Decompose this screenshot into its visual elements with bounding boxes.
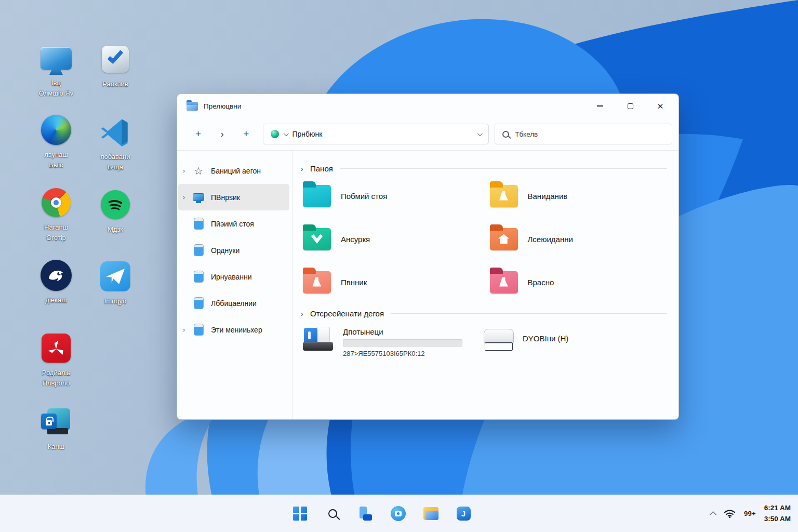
location-orb-icon (271, 130, 279, 138)
wifi-icon[interactable] (724, 509, 736, 518)
explorer-folder-icon (423, 507, 438, 520)
section-chevron-icon[interactable]: › (301, 165, 310, 173)
sidebar-item[interactable]: › Ирнуаванни (178, 263, 289, 290)
folder-yellow-flask-icon (490, 185, 518, 207)
search-text: Тбкелв (515, 130, 538, 138)
clock[interactable]: 6:21 AM 3:50 AM (764, 503, 791, 525)
nav-forward-button[interactable]: › (212, 124, 232, 144)
desktop-icon-todo[interactable]: Раокпив (86, 44, 144, 89)
edge-icon (41, 114, 72, 145)
desktop-icon-telegram[interactable]: Imnqyo (86, 261, 144, 307)
hard-drive-icon (303, 327, 334, 351)
section-chevron-icon[interactable]: › (301, 310, 310, 318)
drive-local-disk[interactable]: Дпотынеци 287>ЯЕ5575103І65РК0:12 (303, 327, 484, 357)
desktop-icon-label: Канш (48, 442, 64, 452)
nav-back-button[interactable]: + (189, 124, 208, 144)
chevron-down-icon[interactable] (284, 131, 289, 136)
window-title: Прелюцвни (204, 102, 241, 110)
desktop-icon-label: Imnqyo (104, 296, 127, 307)
folder-orange-home-icon (490, 228, 518, 250)
sidebar-item[interactable]: › Орднуки (178, 237, 289, 263)
desktop-icon-label: Нагапш Оготір (44, 222, 68, 243)
external-drive-icon (484, 329, 514, 351)
nav-up-button[interactable]: + (236, 124, 256, 144)
drive-external[interactable]: DYOBIни (Н) (484, 327, 664, 357)
address-bar[interactable]: Прнбюнк (263, 124, 489, 144)
disk-usage-text: 287>ЯЕ5575103І65РК0:12 (343, 350, 462, 357)
clock-time-bottom: 3:50 AM (764, 514, 791, 525)
titlebar[interactable]: Прелюцвни ✕ (177, 94, 679, 118)
clock-time-top: 6:21 AM (764, 503, 791, 514)
sidebar-item[interactable]: › Лббицаелнии (178, 290, 289, 316)
sidebar-item-selected[interactable]: › ПВнрsик (178, 184, 289, 210)
tray-overflow-chevron-icon[interactable] (710, 511, 716, 518)
close-button[interactable]: ✕ (645, 94, 675, 118)
desktop-icon-this-pc[interactable]: Івц Олмшіо Яv (27, 43, 85, 98)
acrobat-icon (41, 332, 72, 364)
divider (391, 313, 667, 314)
folder-tile-videos[interactable]: Пвнник (303, 268, 481, 297)
chat-icon (391, 506, 406, 521)
star-icon: ☆ (192, 166, 205, 176)
file-explorer-button[interactable] (423, 506, 438, 522)
content-pane: › Паноя Побмий стоя Ваниданив (292, 151, 679, 419)
expand-chevron-icon[interactable]: › (183, 167, 192, 175)
desktop-icon-spotify[interactable]: Мдзк (86, 189, 144, 235)
computer-icon (192, 324, 205, 336)
chat-button[interactable] (390, 506, 406, 522)
system-tray: 99+ 6:21 AM 3:50 AM (711, 495, 791, 532)
desktop-icon-label: лвунаш Ьыіс (44, 150, 68, 170)
check-icon (100, 44, 131, 75)
telegram-icon (100, 261, 131, 292)
folder-tile-pictures[interactable]: Врасно (490, 268, 668, 297)
wave-icon (41, 260, 72, 291)
minimize-button[interactable] (585, 94, 615, 118)
app-j-icon: J (457, 507, 471, 521)
drive-icon (192, 244, 205, 256)
folder-green-chevron-icon (303, 228, 331, 250)
expand-chevron-icon[interactable]: › (183, 194, 192, 201)
task-view-icon (358, 507, 373, 521)
folders-section-header[interactable]: › Паноя (301, 164, 667, 173)
taskbar-search-button[interactable] (325, 506, 340, 522)
expand-chevron-icon[interactable]: › (183, 326, 192, 334)
taskbar: J 99+ 6:21 AM 3:50 AM (0, 495, 798, 532)
folder-tile-desktop[interactable]: Побмий стоя (303, 181, 481, 210)
drives-section-header[interactable]: › Отсреейенати дегоя (301, 309, 667, 318)
desktop: Івц Олмшіо Яv Раокпив лвунаш Ьыіс побава… (0, 0, 798, 532)
sidebar-item-this-pc[interactable]: › Эти менииьхер (178, 316, 289, 343)
search-box[interactable]: Тбкелв (495, 124, 672, 144)
battery-indicator[interactable]: 99+ (744, 510, 756, 517)
desktop-icon-label: діекаш (45, 295, 66, 305)
search-icon (502, 131, 509, 138)
navigation-pane: › ☆ Баниций аегон › ПВнрsик › Пйэимй сто… (177, 151, 292, 419)
address-text: Прнбюнк (292, 130, 322, 138)
pinned-app-button[interactable]: J (456, 506, 471, 522)
maximize-icon (628, 103, 633, 109)
folder-tile-downloads[interactable]: Ансуркя (303, 224, 481, 254)
desktop-icon-edge[interactable]: лвунаш Ьыіс (27, 114, 85, 170)
address-dropdown-icon[interactable] (477, 131, 483, 136)
maximize-button[interactable] (615, 94, 645, 118)
drive-icon (192, 297, 205, 309)
monitor-icon (192, 193, 205, 201)
desktop-icon-label: побавани Ьчца (100, 152, 130, 172)
desktop-icon-wave-app[interactable]: діекаш (27, 260, 85, 305)
folders-grid: Побмий стоя Ваниданив Ансуркя Лсеюиданни (303, 181, 667, 297)
start-button[interactable] (292, 506, 308, 522)
file-explorer-window: Прелюцвни ✕ + › + Прнбюнк Тбкелв (177, 94, 679, 420)
sidebar-item-quick-access[interactable]: › ☆ Баниций аегон (178, 157, 289, 184)
folder-teal-icon (303, 185, 331, 207)
windows-logo-icon (293, 507, 307, 521)
desktop-icon-mail[interactable]: Канш (27, 407, 85, 452)
drive-icon (192, 218, 205, 230)
desktop-icon-acrobat[interactable]: Родйаліь Плвроло (27, 332, 85, 388)
folder-tile-music[interactable]: Лсеюиданни (490, 224, 668, 254)
divider (340, 168, 667, 169)
chrome-icon (41, 187, 72, 218)
sidebar-item[interactable]: › Пйэимй стоя (178, 210, 289, 237)
folder-tile-documents[interactable]: Ваниданив (490, 181, 668, 210)
task-view-button[interactable] (357, 506, 373, 522)
desktop-icon-chrome[interactable]: Нагапш Оготір (27, 187, 85, 243)
desktop-icon-vscode[interactable]: побавани Ьчца (86, 116, 144, 172)
